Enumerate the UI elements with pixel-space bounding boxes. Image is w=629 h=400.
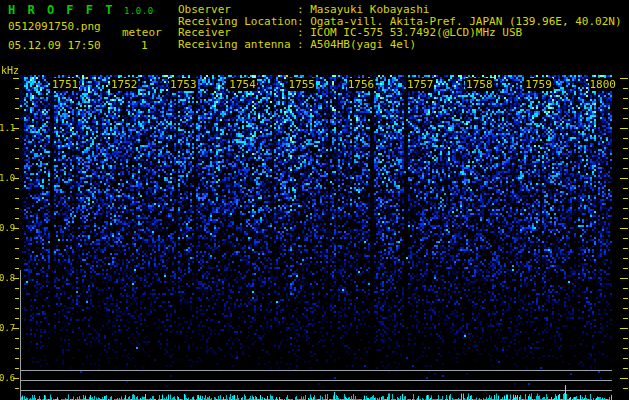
freq-tick — [15, 368, 19, 369]
freq-tick — [15, 108, 19, 109]
info-row: Receiving antenna: A504HB(yagi 4el) — [178, 39, 622, 51]
freq-tick — [620, 128, 628, 129]
freq-tick — [15, 298, 19, 299]
freq-tick — [620, 278, 628, 279]
time-label: 1800 — [589, 78, 618, 91]
spectrogram-canvas — [20, 75, 612, 400]
freq-tick — [15, 158, 19, 159]
freq-tick — [15, 308, 19, 309]
freq-tick — [15, 98, 19, 99]
freq-tick — [15, 248, 19, 249]
freq-tick — [623, 348, 628, 349]
freq-tick — [13, 178, 19, 179]
freq-tick — [15, 198, 19, 199]
freq-tick — [623, 158, 628, 159]
time-label: 1759 — [524, 78, 553, 91]
freq-tick — [620, 378, 628, 379]
time-label: 1757 — [406, 78, 435, 91]
freq-tick — [623, 198, 628, 199]
freq-tick — [15, 88, 19, 89]
freq-tick — [15, 238, 19, 239]
freq-tick — [623, 308, 628, 309]
time-label: 1753 — [169, 78, 198, 91]
freq-tick — [623, 248, 628, 249]
freq-tick — [15, 358, 19, 359]
freq-tick — [15, 318, 19, 319]
time-label: 1752 — [110, 78, 139, 91]
freq-tick — [623, 138, 628, 139]
freq-tick — [13, 78, 19, 79]
freq-tick — [15, 338, 19, 339]
freq-tick — [623, 168, 628, 169]
freq-tick — [623, 338, 628, 339]
station-info: Observer: Masayuki KobayashiReceiving Lo… — [178, 4, 622, 50]
freq-tick — [623, 368, 628, 369]
freq-tick — [623, 318, 628, 319]
freq-tick — [623, 118, 628, 119]
freq-tick — [15, 268, 19, 269]
time-label: 1754 — [228, 78, 257, 91]
freq-tick — [13, 278, 19, 279]
meteor-count: 1 — [141, 39, 148, 52]
frequency-unit-label: kHz — [1, 65, 19, 76]
freq-tick — [13, 378, 19, 379]
time-label: 1756 — [347, 78, 376, 91]
freq-tick — [13, 128, 19, 129]
frequency-label: 0.8 — [0, 273, 14, 283]
freq-tick — [15, 138, 19, 139]
output-filename: 0512091750.png — [8, 20, 101, 33]
freq-tick — [623, 258, 628, 259]
freq-tick — [15, 148, 19, 149]
freq-tick — [15, 348, 19, 349]
frequency-label: 0.6 — [0, 373, 14, 383]
freq-tick — [15, 188, 19, 189]
freq-tick — [15, 288, 19, 289]
freq-tick — [623, 218, 628, 219]
freq-tick — [623, 238, 628, 239]
freq-tick — [13, 328, 19, 329]
freq-tick — [15, 258, 19, 259]
time-label: 1758 — [465, 78, 494, 91]
freq-tick — [15, 168, 19, 169]
freq-tick — [623, 148, 628, 149]
freq-tick — [620, 78, 628, 79]
freq-tick — [623, 88, 628, 89]
freq-tick — [623, 98, 628, 99]
freq-tick — [15, 218, 19, 219]
frequency-label: 0.9 — [0, 223, 14, 233]
app-version: 1.0.0 — [124, 6, 154, 16]
frequency-label: 0.7 — [0, 323, 14, 333]
freq-tick — [15, 388, 19, 389]
frequency-label: 1.1 — [0, 123, 14, 133]
freq-tick — [13, 228, 19, 229]
freq-tick — [15, 118, 19, 119]
frequency-label: 1.0 — [0, 173, 14, 183]
mode-label: meteor — [122, 26, 162, 39]
freq-tick — [620, 228, 628, 229]
freq-tick — [15, 208, 19, 209]
info-value: : A504HB(yagi 4el) — [297, 38, 416, 51]
freq-tick — [623, 288, 628, 289]
hrofft-screen: H R O F F T 1.0.0 0512091750.png meteor … — [0, 0, 629, 400]
time-label: 1755 — [288, 78, 317, 91]
app-title: H R O F F T — [8, 3, 115, 17]
freq-tick — [620, 178, 628, 179]
freq-tick — [620, 328, 628, 329]
freq-tick — [623, 268, 628, 269]
datetime-label: 05.12.09 17:50 — [8, 39, 101, 52]
freq-tick — [623, 358, 628, 359]
freq-tick — [623, 208, 628, 209]
info-label: Observer — [178, 4, 297, 16]
freq-tick — [623, 298, 628, 299]
freq-tick — [623, 388, 628, 389]
info-label: Receiving antenna — [178, 39, 297, 51]
time-label: 1751 — [51, 78, 80, 91]
freq-tick — [623, 108, 628, 109]
freq-tick — [623, 188, 628, 189]
